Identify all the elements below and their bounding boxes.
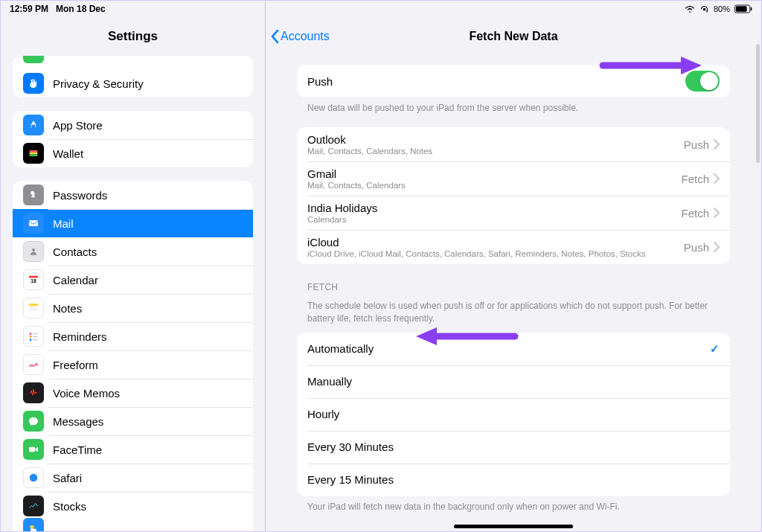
calendar-icon: 18 bbox=[23, 269, 44, 290]
account-row-icloud[interactable]: iCloud iCloud Drive, iCloud Mail, Contac… bbox=[297, 230, 730, 264]
sidebar-group-general2: Privacy & Security bbox=[13, 56, 253, 97]
svg-point-5 bbox=[32, 249, 35, 251]
mail-icon bbox=[23, 213, 44, 234]
push-desc: New data will be pushed to your iPad fro… bbox=[297, 97, 730, 114]
hand-raised-icon bbox=[23, 73, 44, 94]
svg-rect-3 bbox=[30, 154, 38, 156]
svg-rect-20 bbox=[703, 7, 705, 10]
back-button[interactable]: Accounts bbox=[266, 29, 330, 44]
sidebar-item-mail[interactable]: Mail bbox=[13, 209, 253, 237]
reminders-icon bbox=[23, 326, 44, 347]
svg-point-11 bbox=[30, 333, 32, 335]
sidebar-item-label: Safari bbox=[53, 472, 82, 484]
accounts-card: Outlook Mail, Contacts, Calendars, Notes… bbox=[297, 127, 730, 264]
sidebar-item-calendar[interactable]: 18 Calendar bbox=[13, 266, 253, 294]
account-row-outlook[interactable]: Outlook Mail, Contacts, Calendars, Notes… bbox=[297, 127, 730, 161]
chevron-right-icon bbox=[714, 208, 720, 218]
sidebar-item-label: Wallet bbox=[53, 147, 83, 160]
status-date: Mon 18 Dec bbox=[56, 4, 106, 14]
main-header: Accounts Fetch New Data bbox=[266, 17, 761, 56]
account-row-gmail[interactable]: Gmail Mail, Contacts, Calendars Fetch bbox=[297, 161, 730, 196]
fetch-option-manually[interactable]: Manually bbox=[297, 365, 730, 398]
sidebar-item-stocks[interactable]: Stocks bbox=[13, 492, 253, 520]
sidebar-item-label: Calendar bbox=[53, 274, 98, 286]
home-indicator[interactable] bbox=[454, 525, 573, 528]
sidebar-item-label: Mail bbox=[53, 217, 74, 230]
sidebar-item-partial-bottom[interactable] bbox=[13, 520, 253, 531]
sidebar-item-wallet[interactable]: Wallet bbox=[13, 139, 253, 167]
svg-rect-2 bbox=[30, 153, 38, 155]
svg-rect-22 bbox=[736, 6, 747, 11]
status-bar-right: 80% bbox=[266, 1, 761, 17]
svg-rect-23 bbox=[751, 7, 752, 11]
main-panel: 80% Accounts Fetch New Data Push New dat… bbox=[266, 1, 761, 531]
contacts-icon bbox=[23, 241, 44, 262]
fetch-header: FETCH bbox=[297, 264, 730, 297]
push-card: Push bbox=[297, 65, 730, 97]
svg-text:18: 18 bbox=[31, 278, 36, 283]
sidebar-item-contacts[interactable]: Contacts bbox=[13, 237, 253, 266]
sidebar-item-label: Passwords bbox=[53, 189, 107, 202]
sidebar-item-privacy[interactable]: Privacy & Security bbox=[13, 69, 253, 97]
sidebar-item-label: Messages bbox=[53, 415, 103, 428]
appstore-icon bbox=[23, 115, 44, 135]
key-icon bbox=[23, 185, 44, 205]
sidebar-item-safari[interactable]: Safari bbox=[13, 464, 253, 492]
sidebar-item-messages[interactable]: Messages bbox=[13, 407, 253, 435]
account-mode: Push bbox=[684, 241, 709, 254]
battery-percent: 80% bbox=[714, 4, 730, 13]
facetime-icon bbox=[23, 439, 44, 460]
sidebar-item-label: Reminders bbox=[53, 330, 107, 343]
wifi-icon bbox=[685, 5, 695, 13]
sidebar-item-label: FaceTime bbox=[53, 443, 102, 456]
safari-icon bbox=[23, 467, 44, 488]
sidebar-item-passwords[interactable]: Passwords bbox=[13, 181, 253, 209]
voicememo-icon bbox=[23, 382, 44, 403]
fetch-option-30min[interactable]: Every 30 Minutes bbox=[297, 431, 730, 464]
svg-rect-8 bbox=[29, 304, 38, 306]
focus-icon bbox=[23, 56, 44, 63]
sidebar-item-voicememos[interactable]: Voice Memos bbox=[13, 379, 253, 407]
svg-rect-4 bbox=[29, 220, 38, 226]
checkmark-icon: ✓ bbox=[710, 342, 720, 356]
sidebar-item-appstore[interactable]: App Store bbox=[13, 111, 253, 139]
account-mode: Fetch bbox=[681, 173, 709, 185]
svg-rect-6 bbox=[29, 276, 38, 278]
battery-icon bbox=[734, 4, 752, 13]
messages-icon bbox=[23, 411, 44, 432]
sidebar-item-reminders[interactable]: Reminders bbox=[13, 322, 253, 350]
svg-point-12 bbox=[30, 336, 32, 338]
sidebar-title: Settings bbox=[1, 17, 265, 56]
sidebar-item-label: Privacy & Security bbox=[53, 77, 144, 90]
push-toggle[interactable] bbox=[685, 71, 720, 92]
account-row-india-holidays[interactable]: India Holidays Calendars Fetch bbox=[297, 196, 730, 230]
notes-icon bbox=[23, 298, 44, 318]
svg-point-19 bbox=[30, 525, 33, 529]
chevron-right-icon bbox=[714, 139, 720, 150]
fetch-option-15min[interactable]: Every 15 Minutes bbox=[297, 464, 730, 496]
sidebar-item-label: Contacts bbox=[53, 246, 97, 258]
sidebar-item-label: Notes bbox=[53, 302, 82, 315]
sidebar-item-partial[interactable] bbox=[13, 56, 253, 69]
sidebar-item-notes[interactable]: Notes bbox=[13, 294, 253, 322]
sidebar-item-label: Freeform bbox=[53, 359, 98, 371]
sidebar-group-apps: Passwords Mail Contacts 18 bbox=[13, 181, 253, 531]
scrollbar[interactable] bbox=[756, 44, 760, 163]
freeform-icon bbox=[23, 354, 44, 375]
sidebar-item-label: Stocks bbox=[53, 500, 86, 513]
chevron-left-icon bbox=[270, 29, 279, 44]
sidebar-item-freeform[interactable]: Freeform bbox=[13, 350, 253, 379]
svg-point-13 bbox=[30, 339, 32, 341]
account-mode: Push bbox=[684, 138, 709, 151]
page-title: Fetch New Data bbox=[469, 30, 557, 43]
sidebar-item-label: Voice Memos bbox=[53, 387, 120, 400]
fetch-option-automatically[interactable]: Automatically ✓ bbox=[297, 333, 730, 365]
stocks-icon bbox=[23, 496, 44, 516]
sidebar-item-label: App Store bbox=[53, 119, 103, 132]
fetch-option-hourly[interactable]: Hourly bbox=[297, 398, 730, 431]
wallet-icon bbox=[23, 143, 44, 164]
sidebar-item-facetime[interactable]: FaceTime bbox=[13, 435, 253, 464]
svg-rect-17 bbox=[29, 447, 35, 452]
status-time: 12:59 PM bbox=[10, 4, 48, 14]
push-label: Push bbox=[307, 75, 685, 88]
